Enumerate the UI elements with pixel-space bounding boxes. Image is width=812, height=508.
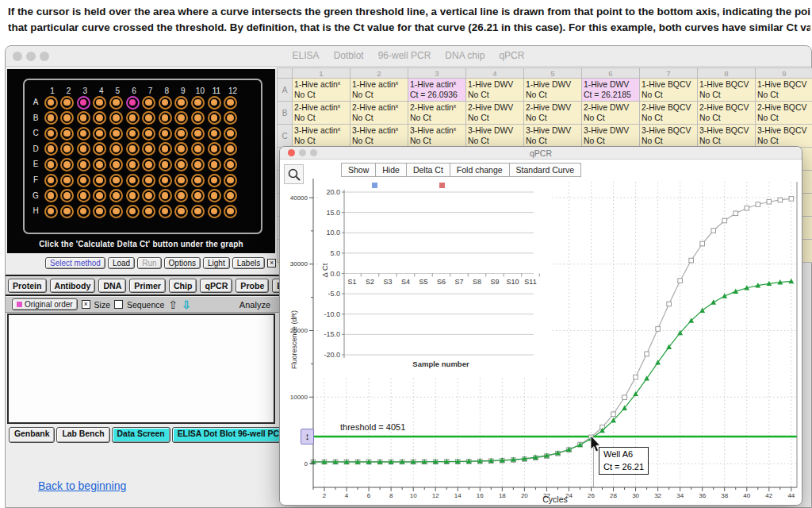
table-cell[interactable]: 3-Hive actinˣNo Ct bbox=[350, 125, 408, 148]
table-cell[interactable]: 2-Hive BQCVNo Ct bbox=[698, 102, 756, 125]
plate-well-C12[interactable] bbox=[224, 127, 237, 140]
plate-well-H4[interactable] bbox=[93, 205, 106, 218]
original-order-button[interactable]: Original order bbox=[12, 298, 78, 310]
table-cell[interactable]: 3-Hive BQCVNo Ct bbox=[698, 125, 756, 148]
plate-well-A3[interactable] bbox=[77, 96, 90, 110]
plate-well-E11[interactable] bbox=[208, 158, 221, 171]
bottom-tab[interactable]: Data Screen bbox=[112, 427, 170, 443]
plate-well-B3[interactable] bbox=[77, 111, 90, 125]
plate-well-C6[interactable] bbox=[126, 127, 140, 140]
table-cell[interactable]: 1-Hive actinˣCt = 26.0936 bbox=[408, 79, 466, 102]
plate-well-F7[interactable] bbox=[142, 174, 155, 187]
plate-well-F4[interactable] bbox=[93, 174, 106, 187]
plate-well-C9[interactable] bbox=[174, 127, 188, 140]
plate-well-E10[interactable] bbox=[191, 158, 205, 171]
title-menu-item[interactable]: DNA chip bbox=[445, 50, 485, 61]
title-menu-item[interactable]: 96-well PCR bbox=[378, 50, 431, 61]
table-cell[interactable]: 3-Hive DWVNo Ct bbox=[524, 125, 582, 148]
plate-well-F8[interactable] bbox=[159, 174, 172, 187]
magnifier-button[interactable] bbox=[284, 164, 304, 184]
plate-well-E8[interactable] bbox=[159, 158, 172, 171]
probe-button[interactable]: Probe bbox=[236, 279, 269, 293]
plate-well-D3[interactable] bbox=[77, 142, 90, 156]
sort-down-icon[interactable]: ⇩ bbox=[182, 298, 191, 311]
plate-well-C5[interactable] bbox=[109, 127, 123, 140]
plate-well-C4[interactable] bbox=[93, 127, 106, 140]
plate-well-C8[interactable] bbox=[159, 127, 172, 140]
plate-well-E12[interactable] bbox=[224, 158, 237, 171]
standard-curve-button[interactable]: Standard Curve bbox=[509, 163, 582, 177]
plate-well-G10[interactable] bbox=[191, 189, 205, 202]
plate-well-F5[interactable] bbox=[109, 174, 123, 187]
plate-well-C2[interactable] bbox=[60, 127, 74, 140]
table-cell[interactable]: 1-Hive actinˣNo Ct bbox=[350, 79, 408, 102]
table-cell[interactable]: 1-Hive DWVNo Ct bbox=[466, 79, 524, 102]
plate-well-B10[interactable] bbox=[191, 111, 205, 125]
plate-well-A2[interactable] bbox=[60, 96, 74, 110]
plate-well-B1[interactable] bbox=[44, 111, 58, 125]
plate-well-H3[interactable] bbox=[77, 205, 90, 218]
analyze-label[interactable]: Analyze bbox=[239, 300, 270, 310]
plate-well-A12[interactable] bbox=[224, 96, 237, 110]
protein-button[interactable]: Protein bbox=[8, 279, 47, 293]
table-cell[interactable]: 2-Hive actinˣNo Ct bbox=[408, 102, 466, 125]
plate-well-B5[interactable] bbox=[109, 111, 123, 125]
plate-well-A6[interactable] bbox=[126, 96, 140, 110]
table-cell[interactable]: 3-Hive DWVNo Ct bbox=[582, 125, 640, 148]
antibody-button[interactable]: Antibody bbox=[50, 279, 96, 293]
table-cell[interactable]: 2-Hive actinˣNo Ct bbox=[350, 102, 408, 125]
table-cell[interactable]: 1-Hive BQCVNo Ct bbox=[698, 79, 756, 102]
plate-well-E3[interactable] bbox=[77, 158, 90, 171]
table-cell[interactable]: 3-Hive DWVNo Ct bbox=[466, 125, 524, 148]
delta-ct-button[interactable]: Delta Ct bbox=[406, 163, 450, 177]
load-checkbox[interactable]: × bbox=[267, 259, 276, 267]
bottom-tab[interactable]: Lab Bench bbox=[56, 427, 109, 443]
plate-well-G5[interactable] bbox=[109, 189, 123, 202]
plate-well-H12[interactable] bbox=[224, 205, 237, 218]
plate-well-F10[interactable] bbox=[191, 174, 205, 187]
back-to-beginning-link[interactable]: Back to beginning bbox=[38, 479, 126, 492]
plate-well-H8[interactable] bbox=[159, 205, 172, 218]
table-cell[interactable]: 2-Hive BQCVNo Ct bbox=[640, 102, 698, 125]
plate-well-H10[interactable] bbox=[191, 205, 205, 218]
table-cell[interactable]: 3-Hive actinˣNo Ct bbox=[293, 125, 350, 148]
plate-well-A9[interactable] bbox=[174, 96, 188, 110]
sort-up-icon[interactable]: ⇧ bbox=[168, 298, 178, 311]
plate-well-H1[interactable] bbox=[44, 205, 58, 218]
load-button[interactable]: Load bbox=[108, 257, 135, 269]
plate-well-G6[interactable] bbox=[126, 189, 140, 202]
plate-well-A8[interactable] bbox=[159, 96, 172, 110]
plate-well-A7[interactable] bbox=[142, 96, 155, 110]
plate-well-F11[interactable] bbox=[208, 174, 221, 187]
table-cell[interactable]: 1-Hive DWVNo Ct bbox=[524, 79, 582, 102]
plate-well-C10[interactable] bbox=[191, 127, 205, 140]
bottom-tab[interactable]: ELISA Dot Blot 96-well PCR Chip qPCR bbox=[172, 427, 280, 443]
table-cell[interactable]: 3-Hive BQCVNo Ct bbox=[640, 125, 698, 148]
title-menu-item[interactable]: qPCR bbox=[499, 50, 524, 61]
table-cell[interactable]: 3-Hive actinˣNo Ct bbox=[408, 125, 466, 148]
plate-well-E1[interactable] bbox=[44, 158, 58, 171]
plate-well-G8[interactable] bbox=[159, 189, 172, 202]
show-button[interactable]: Show bbox=[341, 163, 376, 177]
plate-well-A10[interactable] bbox=[191, 96, 205, 110]
plate-well-C11[interactable] bbox=[208, 127, 221, 140]
table-cell[interactable]: 2-Hive BQCVNo Ct bbox=[756, 102, 812, 125]
plate-well-D1[interactable] bbox=[44, 142, 58, 156]
plate-well-F12[interactable] bbox=[224, 174, 237, 187]
plate-well-D6[interactable] bbox=[126, 142, 140, 156]
size-checkbox[interactable]: × bbox=[82, 300, 90, 309]
bottom-tab[interactable]: Genbank bbox=[9, 427, 55, 443]
plate-well-F3[interactable] bbox=[77, 174, 90, 187]
hide-button[interactable]: Hide bbox=[375, 163, 407, 177]
plate-well-B6[interactable] bbox=[126, 111, 140, 125]
plate-well-H2[interactable] bbox=[60, 205, 74, 218]
plate-well-D8[interactable] bbox=[159, 142, 172, 156]
table-cell[interactable]: 2-Hive actinˣNo Ct bbox=[293, 102, 350, 125]
plate-well-E6[interactable] bbox=[126, 158, 140, 171]
plate-well-B11[interactable] bbox=[208, 111, 221, 125]
plate-well-D11[interactable] bbox=[208, 142, 221, 156]
table-cell[interactable]: 2-Hive DWVNo Ct bbox=[466, 102, 524, 125]
plate-well-E5[interactable] bbox=[109, 158, 123, 171]
plate-well-F9[interactable] bbox=[174, 174, 188, 187]
plate-well-H9[interactable] bbox=[174, 205, 188, 218]
